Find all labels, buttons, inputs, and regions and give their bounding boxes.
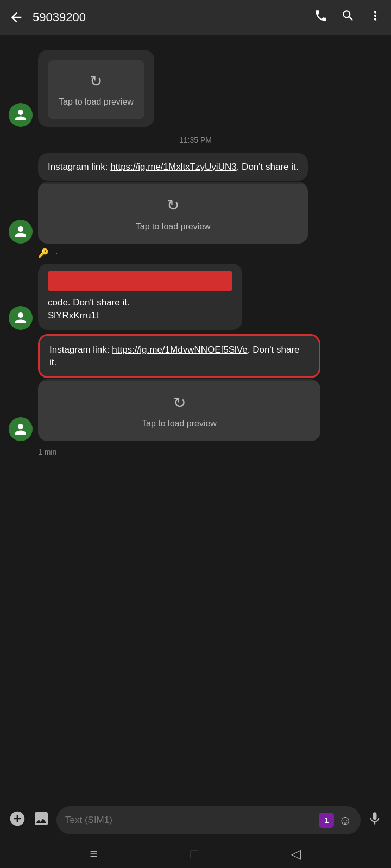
message-row: ↻ Tap to load preview	[9, 50, 382, 127]
preview-section[interactable]: ↻ Tap to load preview	[38, 184, 308, 244]
refresh-icon: ↻	[173, 392, 186, 413]
message-link[interactable]: https://ig.me/1MdvwNNOEf5SlVe	[112, 344, 247, 355]
preview-bubble-2[interactable]: ↻ Tap to load preview	[38, 379, 320, 441]
otp-message-row: code. Don't share it.SlYRxKrru1t	[9, 264, 382, 330]
highlighted-message-row: Instagram link: https://ig.me/1MdvwNNOEf…	[9, 334, 382, 441]
key-icon: 🔑	[38, 248, 49, 258]
message-time: 1 min	[38, 448, 382, 456]
message-bubble[interactable]: ↻ Tap to load preview	[38, 50, 154, 127]
nav-back-icon[interactable]: ◁	[291, 846, 301, 861]
redacted-content	[48, 271, 232, 291]
avatar	[9, 103, 33, 127]
back-button[interactable]	[9, 10, 24, 25]
preview-section[interactable]: ↻ Tap to load preview	[48, 60, 144, 119]
microphone-icon[interactable]	[367, 811, 382, 830]
text-input[interactable]	[65, 815, 314, 826]
add-icon[interactable]	[9, 810, 26, 831]
chat-area: ↻ Tap to load preview 11:35 PM Instagram…	[0, 35, 391, 543]
header-actions	[314, 9, 382, 26]
avatar	[9, 220, 33, 244]
highlighted-message-bubble[interactable]: Instagram link: https://ig.me/1MdvwNNOEf…	[38, 334, 320, 379]
message-text-after: . Don't share it.	[237, 162, 299, 172]
message-row: Instagram link: https://ig.me/1MxltxTzyU…	[9, 153, 382, 244]
otp-message-bubble[interactable]: code. Don't share it.SlYRxKrru1t	[38, 264, 242, 330]
header: 59039200	[0, 0, 391, 35]
timestamp: 11:35 PM	[9, 136, 382, 144]
call-icon[interactable]	[314, 9, 328, 26]
sim-badge: 1	[319, 813, 334, 828]
search-icon[interactable]	[341, 9, 355, 26]
input-bar: 1 ☺	[0, 801, 391, 840]
otp-message-text: code. Don't share it.SlYRxKrru1t	[48, 297, 130, 321]
preview-text: Tap to load preview	[142, 418, 217, 430]
preview-bubble[interactable]: ↻ Tap to load preview	[38, 182, 308, 244]
preview-section[interactable]: ↻ Tap to load preview	[38, 381, 320, 441]
media-icon[interactable]	[33, 810, 50, 831]
dot-separator: ·	[55, 248, 58, 257]
preview-text: Tap to load preview	[59, 96, 134, 108]
refresh-icon: ↻	[90, 71, 102, 92]
avatar	[9, 417, 33, 441]
preview-text: Tap to load preview	[136, 221, 211, 233]
avatar	[9, 306, 33, 330]
refresh-icon: ↻	[167, 195, 179, 216]
text-input-wrapper[interactable]: 1 ☺	[56, 806, 361, 834]
navigation-bar: ≡ □ ◁	[0, 840, 391, 868]
emoji-icon[interactable]: ☺	[338, 813, 352, 828]
nav-home-icon[interactable]: □	[191, 846, 199, 861]
message-bubble[interactable]: Instagram link: https://ig.me/1MxltxTzyU…	[38, 153, 308, 181]
message-text-before: Instagram link:	[48, 162, 110, 172]
nav-menu-icon[interactable]: ≡	[90, 846, 98, 861]
more-options-icon[interactable]	[368, 9, 382, 26]
message-text-before: Instagram link:	[49, 344, 112, 355]
message-link[interactable]: https://ig.me/1MxltxTzyUyiUN3	[110, 162, 236, 172]
otp-label-row: 🔑 ·	[38, 248, 382, 258]
contact-name: 59039200	[33, 10, 305, 24]
